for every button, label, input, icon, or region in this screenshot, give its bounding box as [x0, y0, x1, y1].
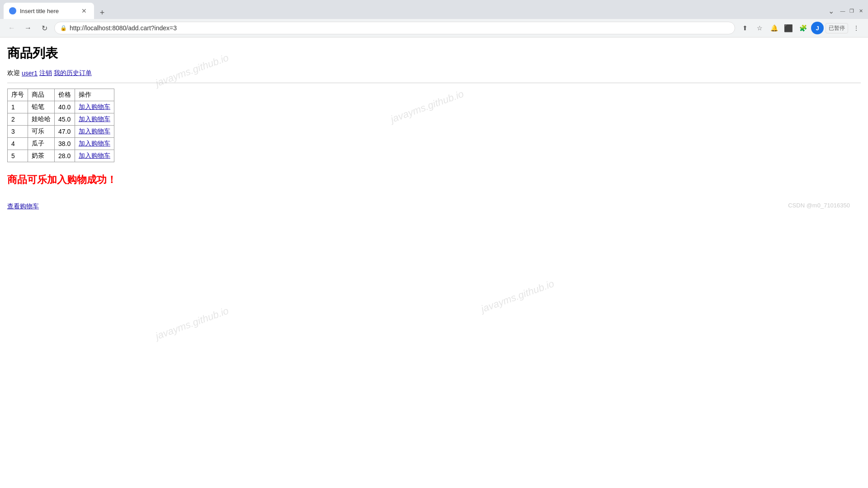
cell-price: 47.0 [55, 126, 75, 138]
cell-name: 娃哈哈 [28, 113, 55, 126]
table-row: 2娃哈哈45.0加入购物车 [8, 113, 114, 126]
menu-icon[interactable]: ⋮ [850, 22, 863, 34]
success-message: 商品可乐加入购物成功！ [7, 173, 861, 187]
product-table: 序号 商品 价格 操作 1铅笔40.0加入购物车2娃哈哈45.0加入购物车3可乐… [7, 89, 114, 162]
cell-price: 38.0 [55, 138, 75, 150]
cell-price: 45.0 [55, 113, 75, 126]
cell-price: 28.0 [55, 150, 75, 162]
table-row: 4瓜子38.0加入购物车 [8, 138, 114, 150]
close-button[interactable]: ✕ [857, 7, 864, 14]
table-row: 5奶茶28.0加入购物车 [8, 150, 114, 162]
lock-icon: 🔒 [60, 25, 67, 31]
divider [7, 83, 861, 83]
tab-bar: Insert title here ✕ + ⌄ — ❐ ✕ [0, 0, 868, 19]
view-cart-link[interactable]: 查看购物车 [7, 202, 39, 210]
notifications-icon[interactable]: 🔔 [768, 22, 780, 34]
username-link[interactable]: user1 [22, 70, 38, 77]
tab-title: Insert title here [20, 8, 76, 14]
cell-action: 加入购物车 [75, 113, 114, 126]
cell-name: 铅笔 [28, 101, 55, 113]
forward-button[interactable]: → [22, 22, 34, 34]
new-tab-button[interactable]: + [96, 6, 108, 19]
add-to-cart-link[interactable]: 加入购物车 [79, 140, 110, 147]
browser-chrome: Insert title here ✕ + ⌄ — ❐ ✕ ← → ↻ 🔒 ht… [0, 0, 868, 38]
puzzle-icon[interactable]: 🧩 [797, 22, 809, 34]
address-bar-row: ← → ↻ 🔒 http://localhost:8080/add.cart?i… [0, 19, 868, 37]
page-content: javayms.github.io javayms.github.io java… [0, 38, 868, 218]
url-text: http://localhost:8080/add.cart?index=3 [70, 24, 729, 32]
cell-name: 瓜子 [28, 138, 55, 150]
bookmark-icon[interactable]: ☆ [753, 22, 766, 34]
col-header-action: 操作 [75, 89, 114, 101]
add-to-cart-link[interactable]: 加入购物车 [79, 152, 110, 159]
paused-badge[interactable]: 已暂停 [826, 23, 848, 33]
watermark-4: javayms.github.io [154, 305, 231, 343]
tab-close-button[interactable]: ✕ [80, 6, 89, 15]
tab-favicon-icon [9, 7, 16, 14]
history-link[interactable]: 我的历史订单 [54, 69, 92, 77]
col-header-price: 价格 [55, 89, 75, 101]
add-to-cart-link[interactable]: 加入购物车 [79, 127, 110, 135]
back-button[interactable]: ← [5, 22, 18, 34]
cell-action: 加入购物车 [75, 101, 114, 113]
cell-name: 可乐 [28, 126, 55, 138]
reload-button[interactable]: ↻ [38, 22, 51, 34]
cell-price: 40.0 [55, 101, 75, 113]
cell-action: 加入购物车 [75, 150, 114, 162]
page-title: 商品列表 [7, 45, 861, 62]
add-to-cart-link[interactable]: 加入购物车 [79, 115, 110, 122]
cell-name: 奶茶 [28, 150, 55, 162]
extensions-icon[interactable]: ⬛ [782, 22, 795, 34]
welcome-text: 欢迎 [7, 69, 20, 77]
minimize-button[interactable]: — [839, 7, 846, 14]
restore-button[interactable]: ❐ [848, 7, 855, 14]
active-tab[interactable]: Insert title here ✕ [4, 3, 94, 19]
watermark-2: javayms.github.io [389, 88, 466, 126]
table-row: 3可乐47.0加入购物车 [8, 126, 114, 138]
profile-button[interactable]: J [811, 22, 824, 34]
col-header-name: 商品 [28, 89, 55, 101]
add-to-cart-link[interactable]: 加入购物车 [79, 103, 110, 110]
csdn-credit: CSDN @m0_71016350 [788, 202, 850, 209]
watermark-3: javayms.github.io [480, 278, 556, 315]
table-row: 1铅笔40.0加入购物车 [8, 101, 114, 113]
address-bar[interactable]: 🔒 http://localhost:8080/add.cart?index=3 [54, 22, 735, 34]
cell-id: 1 [8, 101, 28, 113]
cell-id: 4 [8, 138, 28, 150]
table-header-row: 序号 商品 价格 操作 [8, 89, 114, 101]
tab-overflow-icon[interactable]: ⌄ [825, 5, 837, 17]
cell-action: 加入购物车 [75, 138, 114, 150]
window-controls: ⌄ — ❐ ✕ [825, 5, 864, 19]
cell-action: 加入购物车 [75, 126, 114, 138]
welcome-line: 欢迎user1 注销 我的历史订单 [7, 69, 861, 77]
share-icon[interactable]: ⬆ [739, 22, 751, 34]
cell-id: 2 [8, 113, 28, 126]
register-link[interactable]: 注销 [39, 69, 52, 77]
toolbar-right: ⬆ ☆ 🔔 ⬛ 🧩 J 已暂停 ⋮ [739, 22, 863, 34]
col-header-id: 序号 [8, 89, 28, 101]
cell-id: 3 [8, 126, 28, 138]
cell-id: 5 [8, 150, 28, 162]
